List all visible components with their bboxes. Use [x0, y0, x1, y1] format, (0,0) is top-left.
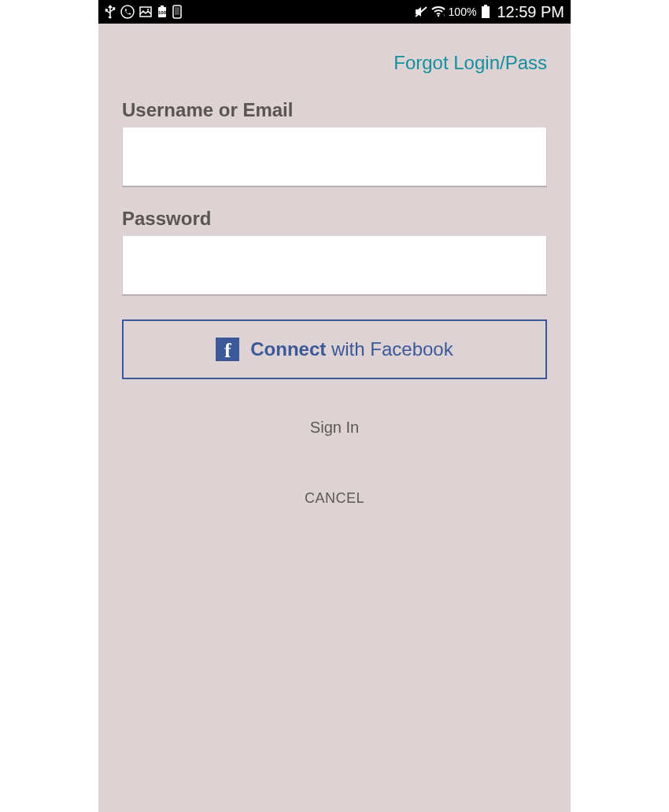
svg-rect-5 — [161, 6, 164, 7]
sign-in-button[interactable]: Sign In — [122, 411, 547, 445]
svg-point-10 — [437, 15, 438, 17]
username-input[interactable] — [122, 127, 547, 187]
svg-rect-13 — [484, 5, 487, 6]
svg-text:100: 100 — [158, 10, 167, 15]
battery-icon — [481, 5, 490, 19]
facebook-connect-bold: Connect — [250, 338, 326, 360]
battery-app-icon: 100 — [157, 6, 168, 18]
password-input[interactable] — [122, 236, 547, 296]
svg-point-1 — [121, 6, 134, 18]
viber-icon — [120, 5, 135, 19]
facebook-button-text: Connect with Facebook — [250, 338, 453, 360]
svg-text:↑↓: ↑↓ — [443, 13, 445, 17]
status-left-icons: 100 — [105, 5, 182, 19]
forgot-login-link[interactable]: Forgot Login/Pass — [394, 52, 547, 73]
usb-icon — [105, 5, 116, 19]
username-field-group: Username or Email — [122, 99, 547, 187]
svg-rect-8 — [175, 7, 179, 15]
battery-percent: 100% — [449, 6, 477, 18]
status-right-icons: ↑↓ 100% 12:59 PM — [414, 3, 564, 21]
forgot-link-container: Forgot Login/Pass — [122, 52, 547, 74]
mute-icon — [414, 6, 428, 18]
svg-point-3 — [147, 9, 149, 10]
username-label: Username or Email — [122, 99, 547, 121]
image-icon — [139, 6, 152, 18]
svg-rect-12 — [482, 6, 490, 18]
phone-status-icon — [172, 5, 182, 19]
cancel-button[interactable]: CANCEL — [122, 482, 547, 515]
facebook-connect-button[interactable]: f Connect with Facebook — [122, 319, 547, 379]
device-frame: 100 ↑↓ — [98, 0, 571, 812]
facebook-icon: f — [216, 338, 239, 361]
login-content: Forgot Login/Pass Username or Email Pass… — [98, 52, 571, 515]
wifi-icon: ↑↓ — [431, 6, 445, 17]
password-label: Password — [122, 208, 547, 230]
password-field-group: Password — [122, 208, 547, 296]
status-time: 12:59 PM — [497, 3, 564, 21]
facebook-connect-rest: with Facebook — [326, 338, 453, 360]
status-bar: 100 ↑↓ — [98, 0, 571, 24]
svg-point-0 — [109, 17, 112, 19]
